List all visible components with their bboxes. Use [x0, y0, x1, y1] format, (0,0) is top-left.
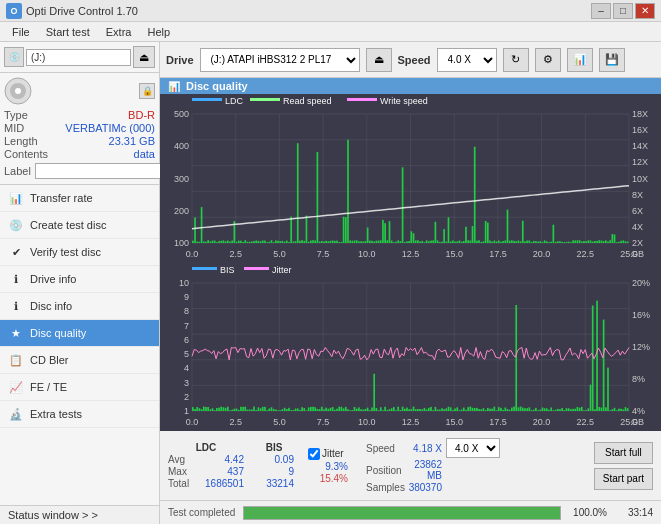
sidebar-item-transfer-rate[interactable]: 📊 Transfer rate	[0, 185, 159, 212]
app-icon: O	[6, 3, 22, 19]
chart-title-bar: 📊 Disc quality	[160, 78, 661, 94]
disc-header: 🔒	[4, 77, 155, 105]
sidebar-item-disc-quality[interactable]: ★ Disc quality	[0, 320, 159, 347]
samples-row: Samples 380370	[366, 482, 584, 493]
disc-type-field: Type BD-R	[4, 109, 155, 121]
ldc-header: LDC	[168, 442, 244, 453]
save-button[interactable]: 💾	[599, 48, 625, 72]
menu-file[interactable]: File	[4, 24, 38, 40]
progress-bar-container: Test completed 100.0% 33:14	[160, 500, 661, 524]
speed-select-stats[interactable]: 4.0 X	[446, 438, 500, 458]
eject-button-sidebar[interactable]: ⏏	[133, 46, 155, 68]
action-buttons-col: Start full Start part	[594, 442, 653, 490]
upper-chart-canvas	[160, 94, 661, 263]
speed-row: Speed 4.18 X 4.0 X	[366, 438, 584, 458]
sidebar-item-label-fe-te: FE / TE	[30, 381, 67, 393]
bis-total-row: 33214	[254, 478, 294, 489]
label-input[interactable]	[35, 163, 168, 179]
contents-label: Contents	[4, 148, 48, 160]
position-value: 23862 MB	[402, 459, 442, 481]
sidebar-item-label-cd-bler: CD Bler	[30, 354, 69, 366]
bis-total-value: 33214	[254, 478, 294, 489]
menu-start-test[interactable]: Start test	[38, 24, 98, 40]
disc-label-row: Label ✎	[4, 162, 155, 180]
start-full-button[interactable]: Start full	[594, 442, 653, 464]
disc-mid-field: MID VERBATIMc (000)	[4, 122, 155, 134]
max-label-ldc: Max	[168, 466, 200, 477]
charts-container	[160, 94, 661, 430]
bis-avg-value: 0.09	[254, 454, 294, 465]
length-value: 23.31 GB	[109, 135, 155, 147]
disc-svg-icon	[4, 77, 32, 105]
minimize-button[interactable]: –	[591, 3, 611, 19]
position-label: Position	[366, 465, 398, 476]
stats-bar: LDC Avg 4.42 Max 437 Total 1686501 BIS	[160, 430, 661, 500]
jitter-max-row: 15.4%	[308, 473, 348, 484]
sidebar-item-extra-tests[interactable]: 🔬 Extra tests	[0, 401, 159, 428]
refresh-button[interactable]: ↻	[503, 48, 529, 72]
sidebar-item-create-test-disc[interactable]: 💿 Create test disc	[0, 212, 159, 239]
bis-stats-col: BIS 0.09 9 33214	[254, 442, 294, 489]
avg-label-ldc: Avg	[168, 454, 200, 465]
menu-extra[interactable]: Extra	[98, 24, 140, 40]
ldc-max-value: 437	[204, 466, 244, 477]
sidebar-item-label-transfer-rate: Transfer rate	[30, 192, 93, 204]
sidebar-item-fe-te[interactable]: 📈 FE / TE	[0, 374, 159, 401]
disc-lock-button[interactable]: 🔒	[139, 83, 155, 99]
type-value: BD-R	[128, 109, 155, 121]
disc-info-icon: ℹ	[8, 298, 24, 314]
mid-value: VERBATIMc (000)	[65, 122, 155, 134]
sidebar-item-label-disc-quality: Disc quality	[30, 327, 86, 339]
samples-label: Samples	[366, 482, 398, 493]
bis-avg-row: 0.09	[254, 454, 294, 465]
position-row: Position 23862 MB	[366, 459, 584, 481]
start-part-button[interactable]: Start part	[594, 468, 653, 490]
sidebar-item-label-disc-info: Disc info	[30, 300, 72, 312]
speed-select-toolbar[interactable]: 4.0 X	[437, 48, 497, 72]
chart-title: Disc quality	[186, 80, 248, 92]
speed-label-stats: Speed	[366, 443, 398, 454]
titlebar: O Opti Drive Control 1.70 – □ ✕	[0, 0, 661, 22]
jitter-avg-value: 9.3%	[308, 461, 348, 472]
extra-tests-icon: 🔬	[8, 406, 24, 422]
sidebar-item-label-extra-tests: Extra tests	[30, 408, 82, 420]
sidebar: 💿 (J:) ⏏ 🔒 Type BD-R MID VERBATIMc (000)	[0, 42, 160, 524]
samples-value: 380370	[402, 482, 442, 493]
ldc-avg-row: Avg 4.42	[168, 454, 244, 465]
drive-icon: 💿	[4, 47, 24, 67]
eject-button-toolbar[interactable]: ⏏	[366, 48, 392, 72]
sidebar-item-drive-info[interactable]: ℹ Drive info	[0, 266, 159, 293]
menu-help[interactable]: Help	[139, 24, 178, 40]
ldc-total-value: 1686501	[204, 478, 244, 489]
ldc-max-row: Max 437	[168, 466, 244, 477]
sidebar-item-label-verify-test-disc: Verify test disc	[30, 246, 101, 258]
disc-quality-icon: ★	[8, 325, 24, 341]
sidebar-item-disc-info[interactable]: ℹ Disc info	[0, 293, 159, 320]
jitter-label: Jitter	[322, 448, 344, 459]
total-label-ldc: Total	[168, 478, 200, 489]
jitter-checkbox[interactable]	[308, 448, 320, 460]
sidebar-item-cd-bler[interactable]: 📋 CD Bler	[0, 347, 159, 374]
ldc-total-row: Total 1686501	[168, 478, 244, 489]
progress-time: 33:14	[615, 507, 653, 518]
drive-label: (J:)	[26, 49, 131, 66]
sidebar-item-verify-test-disc[interactable]: ✔ Verify test disc	[0, 239, 159, 266]
progress-percent: 100.0%	[569, 507, 607, 518]
jitter-stats-col: Jitter 9.3% 15.4%	[308, 448, 348, 484]
transfer-rate-icon: 📊	[8, 190, 24, 206]
upper-chart	[160, 94, 661, 263]
type-label: Type	[4, 109, 28, 121]
settings-button[interactable]: ⚙	[535, 48, 561, 72]
status-window-button[interactable]: Status window > >	[0, 505, 159, 524]
maximize-button[interactable]: □	[613, 3, 633, 19]
mid-label: MID	[4, 122, 24, 134]
chart-button[interactable]: 📊	[567, 48, 593, 72]
speed-toolbar-label: Speed	[398, 54, 431, 66]
disc-panel: 🔒 Type BD-R MID VERBATIMc (000) Length 2…	[0, 73, 159, 185]
chart-icon: 📊	[168, 81, 180, 92]
app-title: Opti Drive Control 1.70	[26, 5, 591, 17]
bis-header: BIS	[254, 442, 294, 453]
drive-select-dropdown[interactable]: (J:) ATAPI iHBS312 2 PL17	[200, 48, 360, 72]
close-button[interactable]: ✕	[635, 3, 655, 19]
jitter-max-value: 15.4%	[308, 473, 348, 484]
